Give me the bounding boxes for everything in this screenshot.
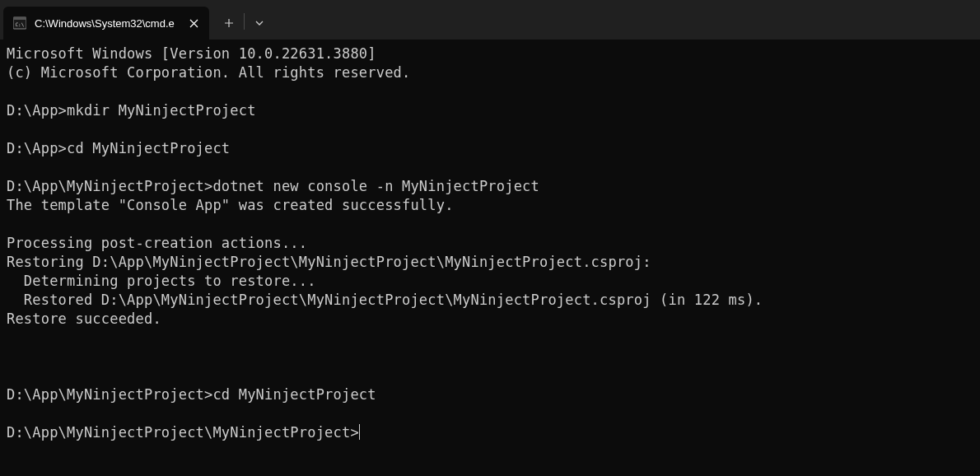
terminal-output[interactable]: Microsoft Windows [Version 10.0.22631.38… (0, 40, 980, 447)
cursor (359, 424, 361, 440)
terminal-line: Microsoft Windows [Version 10.0.22631.38… (7, 45, 376, 62)
terminal-line: D:\App\MyNinjectProject>dotnet new conso… (7, 178, 539, 194)
new-tab-button[interactable] (214, 7, 244, 40)
tab-title: C:\Windows\System32\cmd.e (35, 17, 178, 30)
terminal-line: D:\App\MyNinjectProject>cd MyNinjectProj… (7, 386, 376, 403)
terminal-line: The template "Console App" was created s… (7, 197, 454, 213)
terminal-line: Restoring D:\App\MyNinjectProject\MyNinj… (7, 254, 651, 270)
terminal-prompt: D:\App\MyNinjectProject\MyNinjectProject… (7, 424, 359, 441)
terminal-line: (c) Microsoft Corporation. All rights re… (7, 64, 410, 81)
terminal-line: Determining projects to restore... (7, 273, 316, 289)
cmd-icon: C:\ (13, 16, 26, 30)
terminal-line: D:\App>mkdir MyNinjectProject (7, 102, 256, 119)
terminal-line: D:\App>cd MyNinjectProject (7, 140, 230, 156)
titlebar-controls (209, 0, 274, 40)
tab-dropdown-button[interactable] (245, 7, 274, 40)
terminal-tab[interactable]: C:\ C:\Windows\System32\cmd.e (3, 7, 209, 40)
titlebar: C:\ C:\Windows\System32\cmd.e (0, 0, 980, 40)
svg-rect-1 (13, 17, 26, 20)
terminal-line: Restored D:\App\MyNinjectProject\MyNinje… (7, 292, 763, 308)
svg-text:C:\: C:\ (16, 21, 25, 27)
terminal-line: Restore succeeded. (7, 310, 161, 327)
terminal-line: Processing post-creation actions... (7, 235, 307, 251)
tab-close-button[interactable] (186, 16, 201, 30)
